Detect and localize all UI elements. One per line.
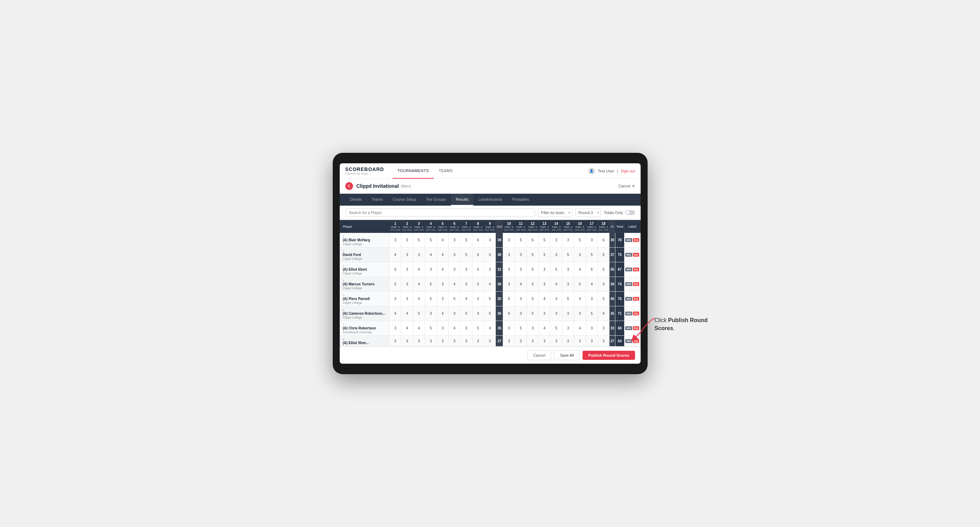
score-hole-7[interactable]: 5 — [460, 233, 473, 248]
totals-toggle-switch[interactable] — [625, 210, 635, 215]
score-hole-9[interactable]: 4 — [484, 321, 496, 336]
score-hole-2[interactable]: 3 — [401, 233, 413, 248]
tab-teams[interactable]: Teams — [367, 194, 388, 206]
score-hole-7[interactable]: 3 — [460, 321, 473, 336]
score-hole-17[interactable]: 3 — [586, 321, 598, 336]
nav-teams[interactable]: TEAMS — [434, 163, 458, 179]
score-hole-2[interactable]: 3 — [401, 277, 413, 292]
score-hole-2[interactable]: 4 — [401, 321, 413, 336]
score-hole-17[interactable]: 3 — [586, 292, 598, 306]
score-hole-12[interactable]: 5 — [527, 262, 538, 277]
score-hole-14[interactable]: 5 — [550, 262, 562, 277]
score-hole-8[interactable]: 6 — [472, 233, 484, 248]
score-hole-9[interactable]: 3 — [484, 336, 496, 346]
score-hole-16[interactable]: 4 — [574, 292, 586, 306]
score-hole-11[interactable]: 5 — [515, 321, 527, 336]
score-hole-4[interactable]: 4 — [425, 248, 437, 262]
score-hole-7[interactable]: 3 — [460, 336, 473, 346]
score-hole-4[interactable]: 5 — [425, 321, 437, 336]
score-hole-11[interactable]: 3 — [515, 336, 527, 346]
score-hole-3[interactable]: 4 — [413, 292, 425, 306]
score-hole-3[interactable]: 4 — [413, 262, 425, 277]
tab-details[interactable]: Details — [345, 194, 367, 206]
score-hole-6[interactable]: 3 — [449, 262, 460, 277]
score-hole-6[interactable]: 3 — [449, 233, 460, 248]
score-hole-7[interactable]: 3 — [460, 262, 473, 277]
score-hole-6[interactable]: 4 — [449, 277, 460, 292]
score-hole-14[interactable]: 3 — [550, 292, 562, 306]
score-hole-15[interactable]: 3 — [562, 233, 574, 248]
score-hole-15[interactable]: 5 — [562, 248, 574, 262]
score-hole-1[interactable]: 4 — [390, 248, 401, 262]
score-hole-10[interactable]: 3 — [503, 262, 515, 277]
score-hole-11[interactable]: 4 — [515, 277, 527, 292]
score-hole-13[interactable]: 3 — [538, 336, 550, 346]
score-hole-1[interactable]: 5 — [390, 262, 401, 277]
score-hole-10[interactable]: 3 — [503, 321, 515, 336]
score-hole-18[interactable]: 4 — [598, 306, 609, 321]
score-hole-18[interactable]: 5 — [598, 262, 609, 277]
score-hole-9[interactable]: 3 — [484, 233, 496, 248]
score-hole-5[interactable]: 3 — [437, 321, 449, 336]
score-hole-3[interactable]: 5 — [413, 233, 425, 248]
dq-badge[interactable]: DQ — [633, 297, 639, 301]
save-all-button[interactable]: Save All — [554, 351, 580, 360]
score-hole-17[interactable]: 4 — [586, 277, 598, 292]
score-hole-18[interactable]: 5 — [598, 248, 609, 262]
score-hole-14[interactable]: 3 — [550, 336, 562, 346]
score-hole-13[interactable]: 3 — [538, 277, 550, 292]
score-hole-12[interactable]: 6 — [527, 233, 538, 248]
score-hole-17[interactable]: 6 — [586, 262, 598, 277]
score-hole-16[interactable]: 3 — [574, 336, 586, 346]
score-hole-8[interactable]: 3 — [472, 336, 484, 346]
score-hole-15[interactable]: 5 — [562, 292, 574, 306]
score-hole-11[interactable]: 3 — [515, 292, 527, 306]
score-hole-10[interactable]: 6 — [503, 306, 515, 321]
wd-badge[interactable]: WD — [625, 268, 632, 271]
score-hole-8[interactable]: 3 — [472, 306, 484, 321]
nav-tournaments[interactable]: TOURNAMENTS — [393, 163, 434, 179]
score-hole-1[interactable]: 3 — [390, 233, 401, 248]
score-hole-5[interactable]: 4 — [437, 233, 449, 248]
score-hole-13[interactable]: 4 — [538, 321, 550, 336]
score-hole-16[interactable]: 4 — [574, 262, 586, 277]
score-hole-16[interactable]: 4 — [574, 321, 586, 336]
score-hole-5[interactable]: 3 — [437, 292, 449, 306]
score-hole-18[interactable]: 6 — [598, 233, 609, 248]
tab-results[interactable]: Results — [451, 194, 474, 206]
score-hole-5[interactable]: 3 — [437, 277, 449, 292]
search-input[interactable] — [345, 208, 535, 217]
tab-tee-groups[interactable]: Tee Groups — [421, 194, 451, 206]
publish-round-scores-button[interactable]: Publish Round Scores — [582, 351, 635, 360]
score-hole-15[interactable]: 3 — [562, 262, 574, 277]
score-hole-1[interactable]: 4 — [390, 306, 401, 321]
score-hole-12[interactable]: 5 — [527, 277, 538, 292]
score-hole-15[interactable]: 3 — [562, 336, 574, 346]
dq-badge[interactable]: DQ — [633, 253, 639, 257]
score-hole-5[interactable]: 4 — [437, 306, 449, 321]
score-hole-1[interactable]: 3 — [390, 336, 401, 346]
score-hole-3[interactable]: 5 — [413, 306, 425, 321]
score-hole-3[interactable]: 3 — [413, 336, 425, 346]
filter-team-select[interactable]: Filter by team — [538, 208, 573, 217]
score-hole-9[interactable]: 4 — [484, 277, 496, 292]
score-hole-4[interactable]: 3 — [425, 336, 437, 346]
wd-badge[interactable]: WD — [625, 238, 632, 242]
score-hole-4[interactable]: 5 — [425, 233, 437, 248]
score-hole-13[interactable]: 5 — [538, 248, 550, 262]
wd-badge[interactable]: WD — [625, 297, 632, 301]
score-hole-5[interactable]: 3 — [437, 336, 449, 346]
score-hole-4[interactable]: 5 — [425, 277, 437, 292]
score-hole-1[interactable]: 3 — [390, 292, 401, 306]
score-hole-11[interactable]: 5 — [515, 233, 527, 248]
score-hole-7[interactable]: 4 — [460, 292, 473, 306]
score-hole-14[interactable]: 3 — [550, 306, 562, 321]
score-hole-5[interactable]: 4 — [437, 248, 449, 262]
score-hole-12[interactable]: 3 — [527, 321, 538, 336]
score-hole-4[interactable]: 5 — [425, 292, 437, 306]
score-hole-7[interactable]: 3 — [460, 277, 473, 292]
score-hole-3[interactable]: 4 — [413, 321, 425, 336]
score-hole-7[interactable]: 5 — [460, 306, 473, 321]
score-hole-16[interactable]: 5 — [574, 277, 586, 292]
score-hole-10[interactable]: 3 — [503, 277, 515, 292]
